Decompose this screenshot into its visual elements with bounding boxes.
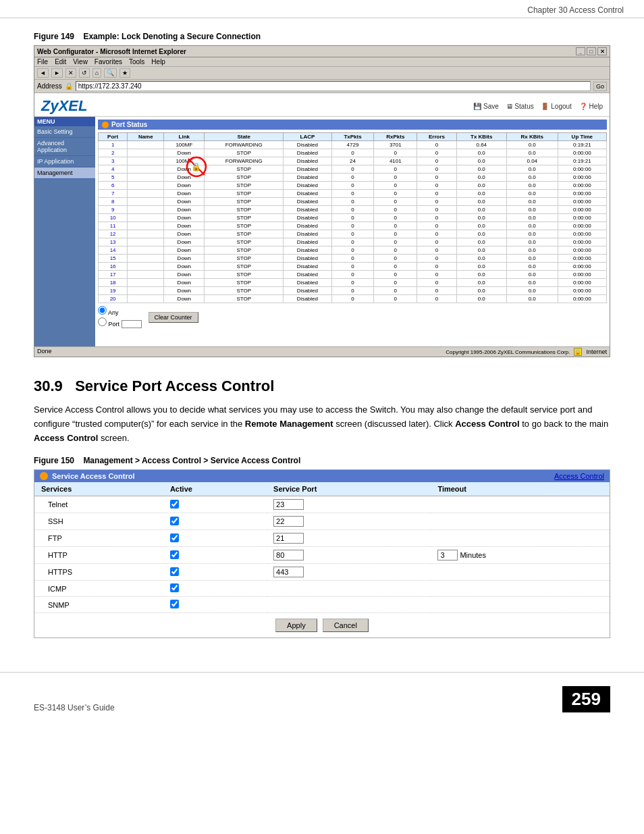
service-port-input-https[interactable] bbox=[273, 567, 304, 577]
port-link-11[interactable]: 11 bbox=[110, 223, 116, 229]
port-link-14[interactable]: 14 bbox=[110, 247, 116, 253]
active-checkbox-cell-4[interactable] bbox=[163, 564, 267, 581]
port-row-11-cell-0: 12 bbox=[99, 230, 128, 238]
menu-view[interactable]: View bbox=[73, 58, 88, 66]
port-row-15-cell-8: 0.0 bbox=[456, 263, 506, 271]
active-checkbox-https[interactable] bbox=[170, 567, 179, 576]
access-control-link[interactable]: Access Control bbox=[554, 472, 604, 480]
port-link-12[interactable]: 12 bbox=[110, 231, 116, 237]
menu-help[interactable]: Help bbox=[151, 58, 165, 66]
service-port-cell-4[interactable] bbox=[267, 564, 431, 581]
port-row-12-cell-0: 13 bbox=[99, 238, 128, 246]
port-link-16[interactable]: 16 bbox=[110, 263, 116, 269]
service-port-input-ssh[interactable] bbox=[273, 516, 304, 527]
radio-port[interactable] bbox=[98, 317, 107, 326]
active-checkbox-cell-2[interactable] bbox=[163, 530, 267, 547]
stop-button[interactable]: ✕ bbox=[65, 68, 76, 78]
timeout-input-http[interactable] bbox=[437, 550, 458, 561]
port-link-20[interactable]: 20 bbox=[110, 296, 116, 302]
radio-port-label[interactable]: Port bbox=[98, 317, 142, 328]
service-port-input-http[interactable] bbox=[273, 550, 304, 561]
port-row-8-cell-0: 9 bbox=[99, 206, 128, 214]
active-checkbox-snmp[interactable] bbox=[170, 600, 179, 608]
table-row: 13DownSTOPDisabled0000.00.00:00:00 bbox=[99, 238, 607, 246]
active-checkbox-cell-1[interactable] bbox=[163, 513, 267, 530]
service-port-cell-5[interactable] bbox=[267, 581, 431, 597]
apply-button[interactable]: Apply bbox=[275, 619, 317, 632]
port-link-1[interactable]: 1 bbox=[111, 142, 114, 148]
service-port-input-telnet[interactable] bbox=[273, 499, 304, 510]
port-link-3[interactable]: 3 bbox=[111, 158, 114, 164]
sidebar-item-basic-setting[interactable]: Basic Setting bbox=[34, 126, 95, 138]
figure-150-label: Figure 150 Management > Access Control >… bbox=[34, 456, 610, 465]
sidebar-item-ip-app[interactable]: IP Application bbox=[34, 156, 95, 167]
close-button[interactable]: ✕ bbox=[597, 47, 607, 55]
port-link-13[interactable]: 13 bbox=[110, 239, 116, 245]
status-link[interactable]: 🖥 Status bbox=[506, 103, 534, 110]
port-row-12-cell-3: STOP bbox=[205, 238, 284, 246]
port-link-19[interactable]: 19 bbox=[110, 288, 116, 294]
menu-favorites[interactable]: Favorites bbox=[95, 58, 122, 66]
clear-counter-button[interactable]: Clear Counter bbox=[149, 312, 198, 323]
section-heading: 30.9 Service Port Access Control bbox=[34, 377, 610, 395]
radio-any-label[interactable]: Any bbox=[98, 306, 142, 316]
port-link-8[interactable]: 8 bbox=[111, 199, 114, 205]
home-button[interactable]: ⌂ bbox=[92, 68, 101, 78]
port-row-10-cell-1 bbox=[128, 222, 164, 230]
port-link-7[interactable]: 7 bbox=[111, 190, 114, 197]
menu-tools[interactable]: Tools bbox=[129, 58, 144, 66]
maximize-button[interactable]: □ bbox=[587, 47, 596, 55]
search-button[interactable]: 🔍 bbox=[104, 68, 117, 78]
port-field[interactable] bbox=[122, 320, 142, 328]
port-link-6[interactable]: 6 bbox=[111, 182, 114, 188]
minimize-button[interactable]: _ bbox=[576, 47, 585, 55]
figure-149-label: Figure 149 Example: Lock Denoting a Secu… bbox=[34, 32, 610, 41]
sidebar-item-advanced-app[interactable]: Advanced Application bbox=[34, 138, 95, 156]
port-link-9[interactable]: 9 bbox=[111, 207, 114, 213]
menu-file[interactable]: File bbox=[37, 58, 48, 66]
port-row-9-cell-9: 0.0 bbox=[506, 214, 558, 222]
address-input[interactable] bbox=[76, 81, 591, 91]
go-button[interactable]: Go bbox=[593, 82, 607, 91]
browser-window-controls[interactable]: _ □ ✕ bbox=[576, 47, 607, 55]
active-checkbox-cell-6[interactable] bbox=[163, 597, 267, 613]
active-checkbox-http[interactable] bbox=[170, 550, 179, 559]
port-row-10-cell-5: 0 bbox=[331, 222, 373, 230]
service-port-cell-2[interactable] bbox=[267, 530, 431, 547]
service-port-cell-0[interactable] bbox=[267, 496, 431, 513]
active-checkbox-telnet[interactable] bbox=[170, 500, 179, 509]
port-row-3-cell-4: Disabled bbox=[284, 165, 332, 174]
radio-any[interactable] bbox=[98, 306, 107, 315]
port-link-5[interactable]: 5 bbox=[111, 174, 114, 180]
port-link-4[interactable]: 4 bbox=[111, 166, 114, 172]
service-port-cell-1[interactable] bbox=[267, 513, 431, 530]
sidebar-item-management[interactable]: Management bbox=[34, 167, 95, 179]
port-row-10-cell-7: 0 bbox=[417, 222, 456, 230]
active-checkbox-cell-3[interactable] bbox=[163, 547, 267, 564]
port-link-17[interactable]: 17 bbox=[110, 271, 116, 278]
back-button[interactable]: ◄ bbox=[37, 68, 49, 78]
save-link[interactable]: 💾 Save bbox=[473, 103, 499, 110]
favorites-button[interactable]: ★ bbox=[119, 68, 130, 78]
port-row-9-cell-3: STOP bbox=[205, 214, 284, 222]
active-checkbox-cell-5[interactable] bbox=[163, 581, 267, 597]
port-link-10[interactable]: 10 bbox=[110, 215, 116, 221]
cancel-button[interactable]: Cancel bbox=[323, 619, 369, 632]
port-link-18[interactable]: 18 bbox=[110, 280, 116, 286]
forward-button[interactable]: ► bbox=[51, 68, 63, 78]
port-row-18-cell-5: 0 bbox=[331, 287, 373, 295]
menu-edit[interactable]: Edit bbox=[55, 58, 66, 66]
active-checkbox-cell-0[interactable] bbox=[163, 496, 267, 513]
service-port-cell-3[interactable] bbox=[267, 547, 431, 564]
help-link[interactable]: ❓ Help bbox=[579, 103, 603, 110]
service-port-input-ftp[interactable] bbox=[273, 533, 304, 544]
port-link-2[interactable]: 2 bbox=[111, 150, 114, 156]
service-port-cell-6[interactable] bbox=[267, 597, 431, 613]
active-checkbox-ftp[interactable] bbox=[170, 533, 179, 542]
logout-link[interactable]: 🚪 Logout bbox=[541, 103, 571, 110]
port-link-15[interactable]: 15 bbox=[110, 255, 116, 261]
active-checkbox-icmp[interactable] bbox=[170, 583, 179, 592]
col-rxkbits: Rx KBits bbox=[506, 133, 558, 141]
active-checkbox-ssh[interactable] bbox=[170, 517, 179, 525]
refresh-button[interactable]: ↺ bbox=[79, 68, 90, 78]
